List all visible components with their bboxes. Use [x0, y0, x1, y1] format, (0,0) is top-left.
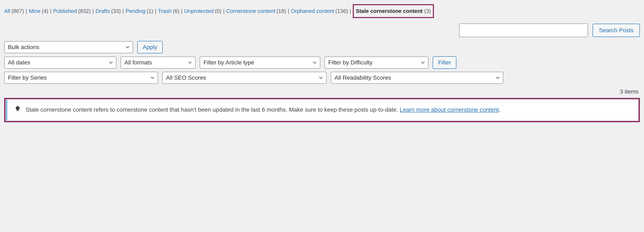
filter-stale-cornerstone: Stale cornerstone content (3) — [353, 4, 434, 18]
filter-row-2: Filter by Series All SEO Scores All Read… — [4, 72, 640, 84]
filter-all-link[interactable]: All — [4, 6, 10, 16]
separator: | — [92, 6, 94, 16]
difficulty-select[interactable]: Filter by Difficulty — [324, 56, 428, 69]
readability-scores-label: All Readability Scores — [334, 74, 391, 81]
filter-published: Published (832) — [53, 6, 91, 16]
notice-body: Stale cornerstone content refers to corn… — [26, 106, 400, 113]
series-select[interactable]: Filter by Series — [4, 72, 158, 84]
dates-select[interactable]: All dates — [4, 56, 116, 69]
chevron-down-icon — [312, 60, 317, 65]
notice-suffix: . — [499, 106, 500, 113]
filter-drafts-count: (33) — [111, 6, 121, 16]
notice-text: Stale cornerstone content refers to corn… — [26, 105, 500, 114]
items-count: 3 items — [4, 88, 638, 95]
filter-all-count: (867) — [12, 6, 24, 16]
series-label: Filter by Series — [8, 74, 47, 81]
formats-select[interactable]: All formats — [121, 56, 196, 69]
readability-scores-select[interactable]: All Readability Scores — [331, 72, 504, 84]
dates-label: All dates — [8, 59, 30, 66]
article-type-select[interactable]: Filter by Article type — [200, 56, 320, 69]
separator: | — [288, 6, 289, 16]
separator: | — [26, 6, 27, 16]
apply-button[interactable]: Apply — [137, 41, 163, 53]
filter-cornerstone-link[interactable]: Cornerstone content — [226, 6, 276, 16]
filter-trash-count: (6) — [173, 6, 180, 16]
search-posts-button[interactable]: Search Posts — [592, 24, 640, 37]
bulk-actions-select[interactable]: Bulk actions — [4, 41, 133, 53]
notice-highlight: Stale cornerstone content refers to corn… — [4, 98, 640, 122]
search-row: Search Posts — [4, 23, 640, 37]
separator: | — [223, 6, 225, 16]
filter-cornerstone: Cornerstone content (18) — [226, 6, 286, 16]
chevron-down-icon — [188, 60, 192, 65]
stale-notice: Stale cornerstone content refers to corn… — [6, 100, 638, 120]
filter-all: All (867) — [4, 6, 24, 16]
filter-orphaned-link[interactable]: Orphaned content — [291, 6, 334, 16]
filter-unprotected-link[interactable]: Unprotected — [184, 6, 214, 16]
chevron-down-icon — [319, 75, 323, 80]
chevron-down-icon — [125, 45, 130, 49]
difficulty-label: Filter by Difficulty — [328, 59, 372, 66]
bulk-row: Bulk actions Apply — [4, 41, 640, 53]
chevron-down-icon — [420, 60, 425, 65]
separator: | — [122, 6, 124, 16]
learn-more-link[interactable]: Learn more about cornerstone content — [400, 106, 498, 113]
filter-cornerstone-count: (18) — [276, 6, 286, 16]
filter-published-count: (832) — [78, 6, 91, 16]
seo-scores-select[interactable]: All SEO Scores — [162, 72, 326, 84]
chevron-down-icon — [150, 75, 155, 80]
filter-pending: Pending (1) — [126, 6, 153, 16]
filter-stale-cornerstone-count: (3) — [424, 6, 431, 16]
lightbulb-icon — [14, 106, 21, 115]
filter-trash: Trash (6) — [158, 6, 179, 16]
formats-label: All formats — [124, 59, 152, 66]
filter-unprotected: Unprotected (0) — [184, 6, 221, 16]
filter-mine: Mine (4) — [29, 6, 48, 16]
filter-mine-link[interactable]: Mine — [29, 6, 40, 16]
search-input[interactable] — [459, 23, 588, 37]
filter-row-1: All dates All formats Filter by Article … — [4, 56, 640, 69]
filter-unprotected-count: (0) — [215, 6, 222, 16]
filter-drafts-link[interactable]: Drafts — [96, 6, 110, 16]
filter-trash-link[interactable]: Trash — [158, 6, 172, 16]
filter-published-link[interactable]: Published — [53, 6, 77, 16]
filter-orphaned: Orphaned content (136) — [291, 6, 348, 16]
article-type-label: Filter by Article type — [204, 59, 254, 66]
separator: | — [50, 6, 52, 16]
filter-stale-cornerstone-link[interactable]: Stale cornerstone content — [356, 6, 423, 16]
chevron-down-icon — [496, 75, 500, 80]
filter-pending-link[interactable]: Pending — [126, 6, 145, 16]
separator: | — [350, 6, 351, 16]
separator: | — [181, 6, 183, 16]
filter-pending-count: (1) — [147, 6, 153, 16]
filter-button[interactable]: Filter — [433, 56, 456, 69]
filter-drafts: Drafts (33) — [96, 6, 121, 16]
filter-mine-count: (4) — [42, 6, 48, 16]
bulk-actions-label: Bulk actions — [8, 44, 39, 50]
filter-orphaned-count: (136) — [335, 6, 348, 16]
separator: | — [155, 6, 156, 16]
chevron-down-icon — [108, 60, 113, 65]
filter-links: All (867) | Mine (4) | Published (832) |… — [4, 4, 640, 18]
seo-scores-label: All SEO Scores — [166, 74, 206, 81]
